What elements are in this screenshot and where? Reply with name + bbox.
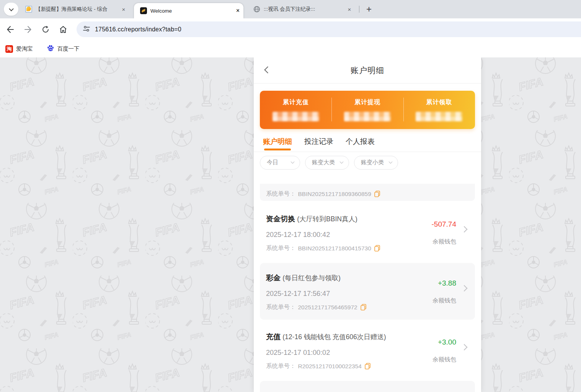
chevron-down-icon [389, 160, 393, 164]
browser-tab-welcome-active[interactable]: Welcome × [134, 3, 243, 18]
tab-personal-report[interactable]: 个人报表 [346, 131, 375, 152]
home-button[interactable] [57, 23, 70, 36]
browser-tab-forum[interactable]: 【新提醒】海燕策略论坛 - 综合 × [20, 0, 131, 18]
tab-title: :::视讯 会员下注纪录::: [264, 6, 343, 13]
site-info-icon[interactable] [83, 25, 90, 34]
summary-label: 累计提现 [354, 98, 380, 106]
filter-label: 今日 [267, 159, 278, 166]
tab-title: Welcome [150, 8, 236, 14]
bookmark-label: 百度一下 [57, 45, 80, 52]
page-title: 账户明细 [351, 65, 384, 76]
baidu-paw-icon [47, 44, 54, 54]
transaction-list: 系统单号： BBIN202512171809360859 资金切换 (大厅转到B… [254, 184, 481, 392]
new-tab-button[interactable]: + [363, 3, 375, 15]
filter-major-type-select[interactable]: 账变大类 [305, 156, 349, 170]
bookmark-baidu[interactable]: 百度一下 [47, 44, 80, 54]
order-label: 系统单号： [266, 362, 296, 370]
back-chevron-icon[interactable] [264, 66, 271, 73]
filter-bar: 今日 账变大类 账变小类 [254, 152, 481, 173]
order-label: 系统单号： [266, 244, 296, 252]
browser-tab-records[interactable]: :::视讯 会员下注纪录::: × [248, 0, 357, 18]
order-number: BBIN202512171809360859 [298, 191, 371, 198]
copy-icon[interactable] [374, 245, 380, 252]
tab-bet-records[interactable]: 投注记录 [304, 131, 333, 152]
wallet-label: 余额钱包 [432, 297, 456, 305]
account-detail-panel: 账户明细 累计充值 累计提现 累计领取 账户明细 投注记录 个人报表 今日 [254, 57, 481, 392]
transaction-type: 彩金 [266, 274, 281, 282]
taobao-icon: 淘 [5, 45, 13, 53]
order-number: R202512170100022354 [298, 363, 362, 370]
url-text[interactable]: 175616.cc/reports/index?tab=0 [95, 26, 181, 33]
tab-search-button[interactable] [4, 3, 18, 16]
transaction-row[interactable]: 彩金 (每日红包参与领取) 2025-12-17 17:56:47 系统单号： … [260, 263, 475, 320]
filter-minor-type-select[interactable]: 账变小类 [354, 156, 398, 170]
copy-icon[interactable] [365, 363, 370, 369]
address-bar[interactable]: 175616.cc/reports/index?tab=0 [77, 21, 581, 37]
reload-button[interactable] [39, 23, 52, 36]
bookmarks-bar: 淘 爱淘宝 百度一下 [0, 40, 581, 57]
browser-tab-strip: 【新提醒】海燕策略论坛 - 综合 × Welcome × :::视讯 会员下注纪… [0, 0, 581, 18]
tab-separator [359, 6, 359, 13]
transaction-note: (12-16 钱能钱包 充值606次日赠送) [282, 333, 386, 341]
transaction-row[interactable]: 资金切换 (大厅转到BBIN真人) 2025-12-17 18:00:42 系统… [254, 204, 481, 261]
masked-value [416, 112, 462, 121]
transaction-row-partial[interactable]: 系统单号： BBIN202512171809360859 [260, 184, 475, 201]
panel-header: 账户明细 [254, 57, 481, 83]
back-button[interactable] [4, 23, 17, 36]
masked-value [273, 112, 319, 121]
transaction-amount: -507.74 [432, 220, 456, 229]
transaction-type: 充值 [266, 333, 281, 341]
chevron-down-icon [9, 6, 14, 11]
welcome-favicon-icon [140, 7, 147, 14]
transaction-type: 资金切换 [266, 215, 295, 223]
forward-button[interactable] [21, 23, 34, 36]
tab-close-icon[interactable]: × [236, 7, 240, 14]
order-label: 系统单号： [266, 303, 296, 311]
forum-favicon-icon [25, 6, 32, 13]
bookmark-label: 爱淘宝 [16, 45, 33, 52]
filter-label: 账变大类 [312, 159, 335, 166]
masked-value [344, 112, 391, 121]
bookmark-aitaobao[interactable]: 淘 爱淘宝 [5, 45, 33, 53]
report-tabs: 账户明细 投注记录 个人报表 [254, 129, 481, 152]
summary-total-withdraw: 累计提现 [331, 91, 403, 129]
wallet-label: 余额钱包 [432, 356, 456, 364]
tab-account-detail[interactable]: 账户明细 [263, 131, 292, 152]
transaction-note: (每日红包参与领取) [282, 274, 341, 282]
summary-total-deposit: 累计充值 [260, 91, 331, 129]
tab-close-icon[interactable]: × [346, 6, 353, 13]
transaction-row[interactable]: 充值 (12-16 钱能钱包 充值606次日赠送) 2025-12-17 01:… [254, 322, 481, 379]
transaction-note: (大厅转到BBIN真人) [297, 215, 357, 223]
copy-icon[interactable] [374, 191, 380, 197]
copy-icon[interactable] [361, 304, 366, 310]
summary-card: 累计充值 累计提现 累计领取 [260, 91, 475, 129]
browser-toolbar: 175616.cc/reports/index?tab=0 [0, 18, 581, 40]
order-number: BBIN202512171800415730 [298, 245, 371, 252]
transaction-amount: +3.88 [438, 279, 456, 287]
wallet-label: 余额钱包 [432, 238, 456, 246]
tab-close-icon[interactable]: × [120, 6, 127, 13]
summary-total-claim: 累计领取 [403, 91, 475, 129]
filter-date-select[interactable]: 今日 [260, 156, 300, 170]
chevron-down-icon [291, 160, 295, 164]
transaction-amount: +3.00 [438, 338, 456, 346]
order-number: 202512171756465972 [298, 304, 357, 311]
globe-favicon-icon [253, 6, 260, 13]
page-background: FIFA FIFA [0, 57, 581, 392]
transaction-row[interactable]: 彩金 (系统添加余额，备注：海燕论坛金币兑换) +500.00 [260, 381, 475, 392]
filter-label: 账变小类 [361, 159, 384, 166]
tab-title: 【新提醒】海燕策略论坛 - 综合 [36, 6, 117, 13]
order-label: 系统单号： [266, 190, 296, 198]
chevron-down-icon [340, 160, 344, 164]
summary-label: 累计领取 [426, 98, 452, 106]
summary-label: 累计充值 [283, 98, 309, 106]
